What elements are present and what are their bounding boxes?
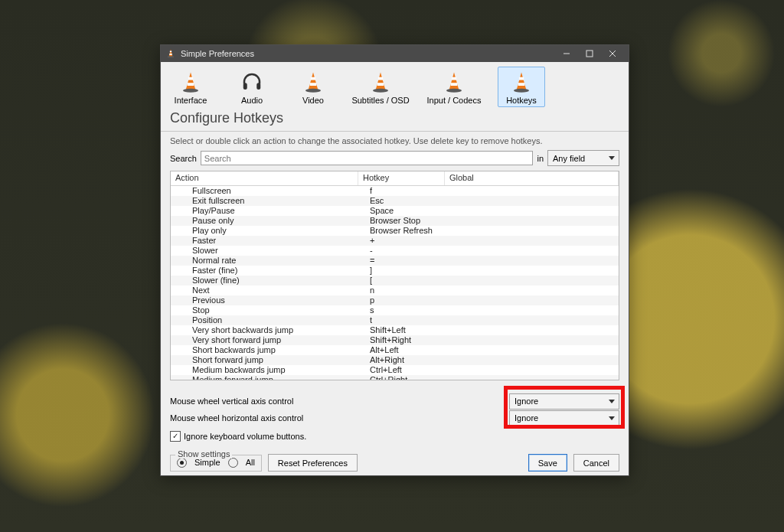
cell-hotkey: [ [370, 276, 446, 286]
svg-rect-24 [451, 83, 458, 86]
svg-rect-23 [452, 77, 456, 80]
category-subtitles-osd[interactable]: Subtitles / OSD [351, 67, 410, 107]
cell-global [446, 325, 619, 335]
svg-rect-12 [243, 83, 247, 90]
col-action[interactable]: Action [171, 171, 358, 185]
cell-hotkey: = [370, 256, 446, 266]
table-row[interactable]: Pause onlyBrowser Stop [171, 216, 619, 226]
table-row[interactable]: Short forward jumpAlt+Right [171, 355, 619, 365]
mouse-wheel-horizontal-dropdown[interactable]: Ignore [509, 410, 619, 426]
category-toolbar: Interface Audio Video Subtitles / OSD [161, 62, 629, 109]
cell-global [446, 256, 619, 266]
category-input-codecs[interactable]: Input / Codecs [424, 67, 484, 107]
cell-action: Pause only [171, 216, 370, 226]
ignore-keyboard-volume-checkbox[interactable] [170, 431, 181, 442]
maximize-button[interactable] [578, 45, 601, 62]
mouse-wheel-vertical-dropdown[interactable]: Ignore [509, 393, 619, 410]
show-settings-all-radio[interactable] [228, 458, 238, 468]
cell-hotkey: - [370, 246, 446, 256]
search-input[interactable] [201, 151, 534, 165]
close-button[interactable] [601, 45, 624, 62]
cell-hotkey: Alt+Right [370, 355, 446, 365]
cone-icon [510, 70, 533, 93]
cell-action: Stop [171, 305, 370, 315]
table-row[interactable]: Stops [171, 305, 619, 315]
svg-point-29 [514, 89, 529, 93]
cell-global [446, 286, 619, 295]
table-row[interactable]: Previousp [171, 295, 619, 305]
cancel-button[interactable]: Cancel [573, 454, 619, 472]
cell-hotkey: p [370, 295, 446, 305]
search-label: Search [170, 154, 197, 163]
svg-point-21 [373, 89, 388, 93]
table-row[interactable]: Medium backwards jumpCtrl+Left [171, 365, 619, 375]
svg-rect-28 [518, 83, 525, 86]
category-label: Video [302, 96, 324, 105]
svg-marker-14 [309, 73, 318, 90]
category-label: Input / Codecs [427, 96, 482, 105]
svg-rect-2 [169, 54, 172, 55]
category-video[interactable]: Video [289, 67, 337, 107]
table-row[interactable]: Very short backwards jumpShift+Left [171, 325, 619, 335]
cell-hotkey: Browser Refresh [370, 226, 446, 236]
table-row[interactable]: Slower- [171, 246, 619, 256]
cell-action: Normal rate [171, 256, 370, 266]
svg-rect-27 [519, 77, 524, 80]
cell-hotkey: ] [370, 266, 446, 276]
col-hotkey[interactable]: Hotkey [358, 171, 445, 185]
table-row[interactable]: Medium forward jumpCtrl+Right [171, 375, 619, 380]
svg-rect-13 [256, 83, 260, 90]
cell-action: Very short forward jump [171, 335, 370, 345]
show-settings-legend: Show settings [175, 449, 232, 459]
table-row[interactable]: Positiont [171, 315, 619, 325]
window-title: Simple Preferences [181, 49, 254, 58]
show-settings-simple-radio[interactable] [177, 458, 187, 468]
table-row[interactable]: Very short forward jumpShift+Right [171, 335, 619, 345]
minimize-button[interactable] [555, 45, 578, 62]
desktop-background: Simple Preferences Interface Audio [0, 0, 784, 532]
cell-global [446, 186, 619, 196]
reset-preferences-button[interactable]: Reset Preferences [268, 454, 358, 472]
cell-action: Slower (fine) [171, 276, 370, 286]
svg-rect-9 [188, 77, 193, 80]
table-row[interactable]: Slower (fine)[ [171, 276, 619, 286]
svg-rect-5 [586, 51, 593, 57]
hotkey-table: Action Hotkey Global FullscreenfExit ful… [170, 171, 619, 380]
table-row[interactable]: Normal rate= [171, 256, 619, 266]
titlebar[interactable]: Simple Preferences [161, 45, 629, 62]
cell-action: Exit fullscreen [171, 196, 370, 206]
col-global[interactable]: Global [445, 171, 619, 185]
section-title: Configure Hotkeys [161, 109, 629, 132]
cell-global [446, 276, 619, 286]
category-interface[interactable]: Interface [167, 67, 214, 107]
cell-hotkey: Shift+Left [370, 325, 446, 335]
table-row[interactable]: Fullscreenf [171, 186, 619, 196]
cell-action: Play/Pause [171, 206, 370, 216]
svg-rect-20 [377, 83, 384, 86]
preferences-window: Simple Preferences Interface Audio [160, 44, 629, 476]
cell-global [446, 375, 619, 380]
cell-action: Medium forward jump [171, 375, 370, 380]
category-label: Subtitles / OSD [351, 96, 409, 105]
category-hotkeys[interactable]: Hotkeys [498, 67, 545, 107]
category-label: Hotkeys [506, 96, 537, 105]
mouse-wheel-horizontal-label: Mouse wheel horizontal axis control [170, 413, 509, 423]
table-row[interactable]: Exit fullscreenEsc [171, 196, 619, 206]
search-field-dropdown[interactable]: Any field [547, 150, 619, 166]
cell-action: Very short backwards jump [171, 325, 370, 335]
table-row[interactable]: Faster (fine)] [171, 266, 619, 276]
table-row[interactable]: Short backwards jumpAlt+Left [171, 345, 619, 355]
svg-point-17 [305, 89, 321, 93]
category-audio[interactable]: Audio [228, 67, 276, 107]
svg-rect-3 [168, 57, 174, 58]
table-row[interactable]: Play onlyBrowser Refresh [171, 226, 619, 236]
table-row[interactable]: Nextn [171, 286, 619, 295]
table-row[interactable]: Play/PauseSpace [171, 206, 619, 216]
svg-marker-18 [376, 73, 386, 90]
cone-icon [443, 70, 466, 93]
cell-global [446, 246, 619, 256]
table-row[interactable]: Faster+ [171, 236, 619, 246]
svg-marker-8 [186, 73, 196, 90]
table-body[interactable]: FullscreenfExit fullscreenEscPlay/PauseS… [171, 186, 619, 380]
save-button[interactable]: Save [528, 454, 567, 472]
